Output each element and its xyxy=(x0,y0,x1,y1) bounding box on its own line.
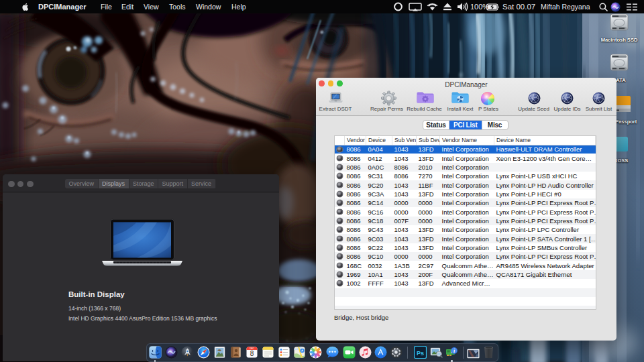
svg-text:8: 8 xyxy=(250,350,254,357)
svg-text:Ps: Ps xyxy=(417,350,424,357)
